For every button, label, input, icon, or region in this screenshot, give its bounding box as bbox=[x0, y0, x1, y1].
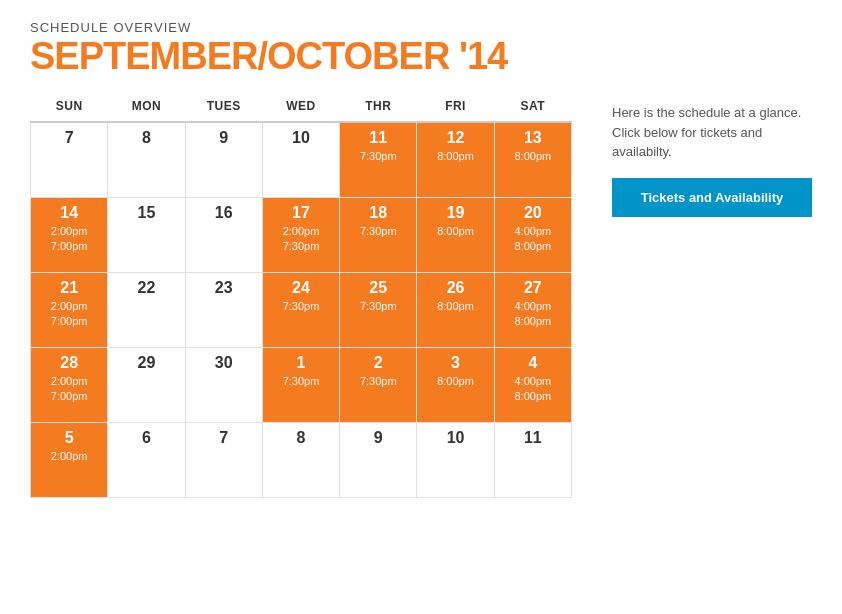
calendar-day-cell[interactable]: 27:30pm bbox=[340, 347, 417, 422]
day-times: 8:00pm bbox=[421, 374, 489, 389]
day-times: 7:30pm bbox=[344, 224, 412, 239]
title-main: SEPTEMBER/OCTOBER bbox=[30, 35, 449, 77]
calendar-day-header: TUES bbox=[185, 93, 262, 122]
day-number: 22 bbox=[112, 279, 180, 297]
schedule-calendar: SUNMONTUESWEDTHRFRISAT 78910117:30pm128:… bbox=[30, 93, 572, 498]
day-number: 21 bbox=[35, 279, 103, 297]
calendar-day-cell: 15 bbox=[108, 197, 185, 272]
day-number: 23 bbox=[190, 279, 258, 297]
day-number: 11 bbox=[344, 129, 412, 147]
calendar-day-cell[interactable]: 198:00pm bbox=[417, 197, 494, 272]
calendar-day-cell: 8 bbox=[262, 422, 339, 497]
tickets-availability-button[interactable]: Tickets and Availability bbox=[612, 178, 812, 217]
schedule-title: SEPTEMBER/OCTOBER '14 bbox=[30, 37, 812, 75]
day-number: 2 bbox=[344, 354, 412, 372]
calendar-day-cell[interactable]: 212:00pm 7:00pm bbox=[31, 272, 108, 347]
sidebar-description: Here is the schedule at a glance. Click … bbox=[612, 103, 812, 162]
day-number: 28 bbox=[35, 354, 103, 372]
calendar-day-header: SAT bbox=[494, 93, 571, 122]
day-number: 12 bbox=[421, 129, 489, 147]
calendar-week-row: 52:00pm67891011 bbox=[31, 422, 572, 497]
calendar-day-header: WED bbox=[262, 93, 339, 122]
calendar-day-cell: 30 bbox=[185, 347, 262, 422]
day-number: 8 bbox=[112, 129, 180, 147]
calendar-day-cell[interactable]: 142:00pm 7:00pm bbox=[31, 197, 108, 272]
calendar-day-cell[interactable]: 257:30pm bbox=[340, 272, 417, 347]
calendar-day-cell: 7 bbox=[31, 122, 108, 197]
calendar-day-cell[interactable]: 44:00pm 8:00pm bbox=[494, 347, 571, 422]
day-times: 7:30pm bbox=[267, 299, 335, 314]
calendar-day-cell: 9 bbox=[185, 122, 262, 197]
calendar-day-cell: 8 bbox=[108, 122, 185, 197]
calendar-day-header: THR bbox=[340, 93, 417, 122]
day-times: 4:00pm 8:00pm bbox=[499, 224, 567, 255]
day-number: 7 bbox=[190, 429, 258, 447]
day-number: 26 bbox=[421, 279, 489, 297]
day-times: 2:00pm 7:00pm bbox=[35, 299, 103, 330]
title-year: '14 bbox=[459, 35, 507, 77]
page-container: SCHEDULE OVERVIEW SEPTEMBER/OCTOBER '14 … bbox=[30, 20, 812, 498]
day-number: 3 bbox=[421, 354, 489, 372]
day-number: 10 bbox=[267, 129, 335, 147]
calendar-section: SUNMONTUESWEDTHRFRISAT 78910117:30pm128:… bbox=[30, 93, 572, 498]
day-number: 11 bbox=[499, 429, 567, 447]
day-number: 6 bbox=[112, 429, 180, 447]
calendar-day-cell[interactable]: 52:00pm bbox=[31, 422, 108, 497]
day-number: 5 bbox=[35, 429, 103, 447]
day-times: 7:30pm bbox=[344, 149, 412, 164]
day-times: 2:00pm 7:00pm bbox=[35, 374, 103, 405]
day-times: 8:00pm bbox=[499, 149, 567, 164]
day-times: 7:30pm bbox=[344, 374, 412, 389]
day-number: 27 bbox=[499, 279, 567, 297]
main-layout: SUNMONTUESWEDTHRFRISAT 78910117:30pm128:… bbox=[30, 93, 812, 498]
calendar-day-cell[interactable]: 274:00pm 8:00pm bbox=[494, 272, 571, 347]
day-number: 20 bbox=[499, 204, 567, 222]
calendar-day-cell: 11 bbox=[494, 422, 571, 497]
calendar-day-cell[interactable]: 268:00pm bbox=[417, 272, 494, 347]
calendar-day-cell[interactable]: 38:00pm bbox=[417, 347, 494, 422]
calendar-day-cell[interactable]: 172:00pm 7:30pm bbox=[262, 197, 339, 272]
calendar-day-cell[interactable]: 204:00pm 8:00pm bbox=[494, 197, 571, 272]
day-times: 2:00pm 7:30pm bbox=[267, 224, 335, 255]
calendar-day-cell: 9 bbox=[340, 422, 417, 497]
day-times: 7:30pm bbox=[344, 299, 412, 314]
day-number: 9 bbox=[190, 129, 258, 147]
calendar-day-cell: 10 bbox=[417, 422, 494, 497]
calendar-day-cell: 7 bbox=[185, 422, 262, 497]
day-number: 7 bbox=[35, 129, 103, 147]
sidebar: Here is the schedule at a glance. Click … bbox=[612, 93, 812, 217]
calendar-day-header: SUN bbox=[31, 93, 108, 122]
calendar-day-cell: 23 bbox=[185, 272, 262, 347]
calendar-day-cell[interactable]: 187:30pm bbox=[340, 197, 417, 272]
day-number: 19 bbox=[421, 204, 489, 222]
calendar-day-header: MON bbox=[108, 93, 185, 122]
calendar-day-cell[interactable]: 247:30pm bbox=[262, 272, 339, 347]
calendar-day-cell: 29 bbox=[108, 347, 185, 422]
day-times: 2:00pm bbox=[35, 449, 103, 464]
calendar-day-cell[interactable]: 17:30pm bbox=[262, 347, 339, 422]
day-times: 4:00pm 8:00pm bbox=[499, 374, 567, 405]
calendar-day-cell[interactable]: 138:00pm bbox=[494, 122, 571, 197]
calendar-day-cell[interactable]: 117:30pm bbox=[340, 122, 417, 197]
day-times: 8:00pm bbox=[421, 224, 489, 239]
day-number: 29 bbox=[112, 354, 180, 372]
calendar-day-cell: 6 bbox=[108, 422, 185, 497]
day-number: 18 bbox=[344, 204, 412, 222]
day-times: 8:00pm bbox=[421, 299, 489, 314]
calendar-week-row: 78910117:30pm128:00pm138:00pm bbox=[31, 122, 572, 197]
calendar-week-row: 142:00pm 7:00pm1516172:00pm 7:30pm187:30… bbox=[31, 197, 572, 272]
day-number: 8 bbox=[267, 429, 335, 447]
calendar-day-cell: 22 bbox=[108, 272, 185, 347]
day-times: 8:00pm bbox=[421, 149, 489, 164]
day-number: 13 bbox=[499, 129, 567, 147]
calendar-day-cell[interactable]: 282:00pm 7:00pm bbox=[31, 347, 108, 422]
calendar-day-cell[interactable]: 128:00pm bbox=[417, 122, 494, 197]
day-number: 15 bbox=[112, 204, 180, 222]
calendar-day-header: FRI bbox=[417, 93, 494, 122]
day-number: 4 bbox=[499, 354, 567, 372]
day-number: 24 bbox=[267, 279, 335, 297]
overview-label: SCHEDULE OVERVIEW bbox=[30, 20, 812, 35]
calendar-day-cell: 16 bbox=[185, 197, 262, 272]
day-number: 16 bbox=[190, 204, 258, 222]
day-number: 1 bbox=[267, 354, 335, 372]
